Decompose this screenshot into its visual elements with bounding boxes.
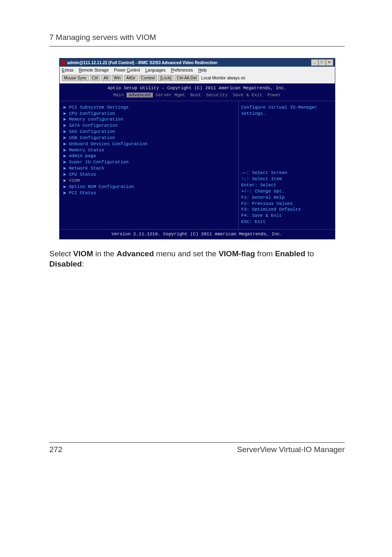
menu-memory-config[interactable]: ▶ Memory configuration bbox=[64, 116, 234, 123]
menu-remote-storage[interactable]: Remote Storage bbox=[79, 68, 109, 72]
bios-tab-boot[interactable]: Boot bbox=[188, 93, 203, 97]
key-f1: F1: General Help bbox=[241, 195, 331, 201]
menubar: EExtrasxtras Remote Storage Power Contro… bbox=[60, 67, 335, 74]
key-change: +/-: Change Opt. bbox=[241, 188, 331, 195]
window-controls: _ □ × bbox=[311, 59, 333, 66]
maximize-button[interactable]: □ bbox=[318, 59, 326, 66]
menu-cpu-config[interactable]: ▶ CPU Configuration bbox=[64, 111, 234, 117]
menu-admin-page[interactable]: ▶ Admin page bbox=[64, 153, 234, 159]
bios-tab-advanced[interactable]: Advanced bbox=[127, 93, 153, 97]
bios-tab-security[interactable]: Security bbox=[203, 93, 230, 97]
menu-pci-subsystem[interactable]: ▶ PCI Subsystem Settings bbox=[64, 104, 234, 111]
close-button[interactable]: × bbox=[326, 59, 333, 66]
menu-onboard-devices[interactable]: ▶ Onboard Devices Configuration bbox=[64, 141, 234, 147]
key-select-item: ↑↓: Select Item bbox=[241, 176, 331, 182]
page-footer: 272 ServerView Virtual-IO Manager bbox=[49, 445, 345, 454]
key-f4: F4: Save & Exit bbox=[241, 213, 331, 219]
app-icon bbox=[61, 60, 66, 65]
mouse-sync-button[interactable]: Mouse Sync bbox=[62, 75, 89, 81]
bios-footer: Version 2.11.1210. Copyright (C) 2011 Am… bbox=[60, 229, 335, 239]
menu-cpu-status[interactable]: ▶ CPU Status bbox=[64, 172, 234, 178]
key-esc: ESC: Exit bbox=[241, 219, 331, 225]
bios-tab-power[interactable]: Power bbox=[265, 93, 284, 97]
bios-tab-save-exit[interactable]: Save & Exit bbox=[230, 93, 265, 97]
window-titlebar: admin@111.12.11.22 (Full Control) - iRMC… bbox=[60, 58, 335, 67]
window-title: admin@111.12.11.22 (Full Control) - iRMC… bbox=[67, 60, 217, 65]
key-select-screen: →←: Select Screen bbox=[241, 170, 331, 176]
altgr-button[interactable]: AltGr bbox=[124, 75, 138, 81]
ctrl-button[interactable]: Ctrl bbox=[90, 75, 101, 81]
win-button[interactable]: Win bbox=[112, 75, 123, 81]
minimize-button[interactable]: _ bbox=[311, 59, 318, 66]
menu-power-control[interactable]: Power Control bbox=[114, 68, 140, 72]
chapter-header: 7 Managing servers with VIOM bbox=[49, 33, 345, 42]
bios-tab-server-mgmt[interactable]: Server Mgmt bbox=[153, 93, 188, 97]
bios-tab-main[interactable]: Main bbox=[111, 93, 126, 97]
bios-help-panel: Configure Virtual IO-Manager settings. →… bbox=[238, 101, 335, 229]
menu-languages[interactable]: Languages bbox=[145, 68, 166, 72]
menu-network-stack[interactable]: ▶ Network Stack bbox=[64, 165, 234, 172]
menu-preferences[interactable]: Preferences bbox=[171, 68, 193, 72]
instruction-paragraph: Select VIOM in the Advanced menu and set… bbox=[49, 248, 345, 269]
toolbar: Mouse Sync Ctrl Alt Win AltGr Context [L… bbox=[60, 74, 335, 84]
key-f3: F3: Optimized Defaults bbox=[241, 207, 331, 213]
local-monitor-label: Local Monitor always on bbox=[200, 75, 247, 81]
lock-button[interactable]: [Lock] bbox=[158, 75, 173, 81]
menu-usb-config[interactable]: ▶ USB Configuration bbox=[64, 135, 234, 141]
bios-header: Aptio Setup Utility – Copyright (C) 2011… bbox=[60, 84, 335, 91]
bios-menu-list: ▶ PCI Subsystem Settings ▶ CPU Configura… bbox=[60, 101, 238, 229]
bios-tabs: MainAdvancedServer MgmtBootSecuritySave … bbox=[60, 91, 335, 101]
ctrl-alt-del-button[interactable]: Ctrl-Alt-Del bbox=[175, 75, 199, 81]
menu-sata-config[interactable]: ▶ SATA Configuration bbox=[64, 123, 234, 129]
menu-sas-config[interactable]: ▶ SAS Configuration bbox=[64, 129, 234, 135]
menu-help[interactable]: Help bbox=[198, 68, 207, 72]
key-f2: F2: Previous Values bbox=[241, 201, 331, 207]
menu-extras[interactable]: EExtrasxtras bbox=[62, 68, 74, 72]
menu-pci-status[interactable]: ▶ PCI Status bbox=[64, 190, 234, 196]
key-enter: Enter: Select bbox=[241, 182, 331, 188]
alt-button[interactable]: Alt bbox=[101, 75, 111, 81]
menu-viom-selected[interactable]: ▶ VIOM bbox=[64, 178, 234, 184]
product-name: ServerView Virtual-IO Manager bbox=[237, 445, 345, 454]
menu-super-io[interactable]: ▶ Super IO Configuration bbox=[64, 159, 234, 165]
footer-rule bbox=[49, 442, 345, 443]
header-rule bbox=[49, 46, 345, 46]
bios-help-text: Configure Virtual IO-Manager settings. bbox=[241, 104, 331, 117]
bios-screen: Aptio Setup Utility – Copyright (C) 2011… bbox=[60, 84, 335, 239]
menu-memory-status[interactable]: ▶ Memory Status bbox=[64, 147, 234, 153]
context-button[interactable]: Context bbox=[139, 75, 157, 81]
page-number: 272 bbox=[49, 445, 62, 454]
bios-screenshot-window: admin@111.12.11.22 (Full Control) - iRMC… bbox=[59, 58, 335, 239]
menu-option-rom[interactable]: ▶ Option ROM Configuration bbox=[64, 184, 234, 190]
